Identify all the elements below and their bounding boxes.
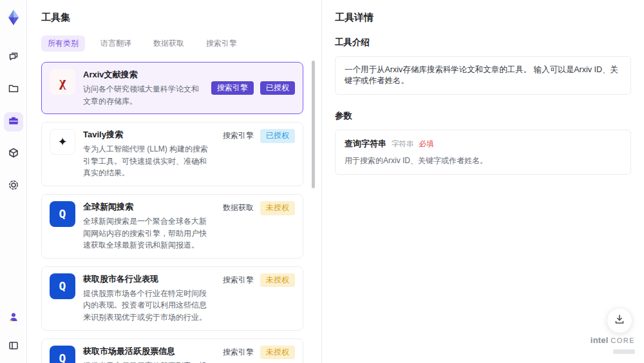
tool-description: 访问各个研究领域大量科学论文和文章的存储库。 [83, 83, 201, 107]
tool-card-0[interactable]: χArxiv文献搜索访问各个研究领域大量科学论文和文章的存储库。搜索引擎已授权 [41, 62, 303, 114]
page-title: 工具集 [41, 12, 303, 24]
tool-card-2[interactable]: Q全球新闻搜索全球新闻搜索是一个聚合全球各大新闻网站内容的搜索引擎，帮助用户快速… [41, 194, 303, 259]
tool-description: 专为人工智能代理 (LLM) 构建的搜索引擎工具。可快速提供实时、准确和真实的结… [83, 143, 213, 179]
sidebar [0, 0, 27, 363]
app-logo-icon[interactable] [5, 9, 22, 26]
sidebar-item-chat[interactable] [4, 48, 23, 67]
category-tabs: 所有类别语言翻译数据获取搜索引擎 [41, 35, 303, 52]
tool-intro-text: 一个用于从Arxiv存储库搜索科学论文和文章的工具。 输入可以是Arxiv ID… [335, 56, 631, 95]
download-button[interactable] [607, 308, 632, 333]
sidebar-item-folder[interactable] [4, 80, 23, 99]
intel-core-logo: intel core [591, 336, 635, 357]
scrollbar-thumb[interactable] [312, 61, 315, 188]
tool-name: 获取市场最活跃股票信息 [83, 346, 213, 357]
tab-category-3[interactable]: 搜索引擎 [200, 35, 243, 52]
app-window: 工具集 所有类别语言翻译数据获取搜索引擎 χArxiv文献搜索访问各个研究领域大… [0, 0, 644, 363]
tool-card-4[interactable]: Q获取市场最活跃股票信息提供当天交易量最高的股票列表。投资者可以利用这些信息来识… [41, 338, 303, 363]
sidebar-bottom-panel-toggle[interactable] [4, 337, 23, 357]
bluenews-tool-icon: Q [50, 273, 75, 299]
details-title: 工具详情 [335, 12, 631, 24]
intel-word: intel [591, 335, 609, 345]
tool-description: 全球新闻搜索是一个聚合全球各大新闻网站内容的搜索引擎，帮助用户快速获取全球最新资… [83, 215, 213, 251]
tool-category-badge: 搜索引擎 [223, 130, 254, 141]
arxiv-tool-icon: χ [50, 69, 75, 95]
sidebar-item-cube[interactable] [4, 144, 23, 164]
tab-category-0[interactable]: 所有类别 [41, 35, 85, 52]
core-word: core [611, 337, 635, 344]
bluenews-tool-icon: Q [50, 346, 75, 363]
intro-heading: 工具介绍 [335, 37, 631, 48]
tool-description: 提供当天交易量最高的股票列表。投资者可以利用这些信息来识别流动性强的股票和潜在的… [83, 360, 213, 363]
tools-list: χArxiv文献搜索访问各个研究领域大量科学论文和文章的存储库。搜索引擎已授权✦… [41, 62, 303, 363]
intel-sub-mark [613, 349, 635, 354]
tool-card-3[interactable]: Q获取股市各行业表现提供股票市场各个行业在特定时间段内的表现。投资者可以利用这些… [41, 266, 303, 331]
tool-auth-badge: 已授权 [260, 81, 295, 95]
param-description: 用于搜索的Arxiv ID、关键字或作者姓名。 [345, 155, 621, 166]
tool-description: 提供股票市场各个行业在特定时间段内的表现。投资者可以利用这些信息来识别表现优于或… [83, 288, 213, 324]
tool-category-badge: 数据获取 [223, 202, 254, 213]
avatar-icon [8, 311, 19, 326]
tavily-tool-icon: ✦ [50, 129, 75, 155]
params-heading: 参数 [335, 110, 631, 122]
param-type: 字符串 [392, 139, 414, 149]
tab-category-2[interactable]: 数据获取 [147, 35, 191, 52]
params-list: 查询字符串 字符串 必填 用于搜索的Arxiv ID、关键字或作者姓名。 [335, 130, 631, 175]
chat-icon [8, 50, 19, 64]
tool-category-badge: 搜索引擎 [211, 81, 254, 95]
tool-category-badge: 搜索引擎 [223, 275, 254, 286]
sidebar-item-settings[interactable] [4, 177, 23, 196]
tool-name: 全球新闻搜索 [83, 201, 213, 213]
toolbox-icon [8, 115, 19, 129]
folder-icon [8, 83, 19, 97]
tool-details-panel: 工具详情 工具介绍 一个用于从Arxiv存储库搜索科学论文和文章的工具。 输入可… [322, 0, 644, 363]
tab-category-1[interactable]: 语言翻译 [94, 35, 138, 52]
tool-auth-badge: 未授权 [260, 201, 295, 215]
tool-name: Tavily搜索 [83, 129, 213, 141]
sidebar-item-toolbox[interactable] [4, 112, 23, 132]
download-icon [614, 313, 625, 328]
param-card-0: 查询字符串 字符串 必填 用于搜索的Arxiv ID、关键字或作者姓名。 [335, 130, 631, 175]
tool-name: Arxiv文献搜索 [83, 69, 201, 81]
tool-auth-badge: 未授权 [260, 273, 295, 288]
tool-card-1[interactable]: ✦Tavily搜索专为人工智能代理 (LLM) 构建的搜索引擎工具。可快速提供实… [41, 122, 303, 186]
bluenews-tool-icon: Q [50, 201, 75, 227]
panel-toggle-icon [8, 340, 19, 354]
sidebar-bottom-avatar[interactable] [4, 309, 23, 328]
param-required-flag: 必填 [419, 139, 434, 149]
param-name: 查询字符串 [345, 138, 386, 150]
tool-auth-badge: 未授权 [260, 346, 295, 360]
settings-icon [8, 179, 19, 193]
tools-list-panel: 工具集 所有类别语言翻译数据获取搜索引擎 χArxiv文献搜索访问各个研究领域大… [27, 0, 322, 363]
tool-auth-badge: 已授权 [260, 129, 295, 143]
cube-icon [8, 147, 19, 161]
tool-category-badge: 搜索引擎 [223, 347, 254, 358]
tool-name: 获取股市各行业表现 [83, 273, 213, 285]
